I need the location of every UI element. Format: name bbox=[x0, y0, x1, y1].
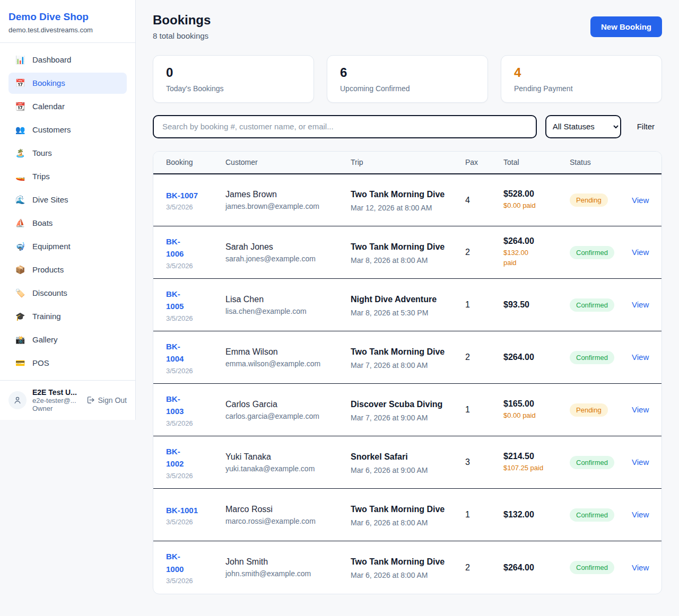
stats-row: 0Today's Bookings6Upcoming Confirmed4Pen… bbox=[153, 55, 662, 103]
pax-count: 2 bbox=[465, 226, 503, 279]
sidebar-item-label: POS bbox=[32, 358, 49, 367]
customer-name: Carlos Garcia bbox=[225, 400, 342, 409]
search-input[interactable] bbox=[153, 115, 537, 138]
sidebar-item-gallery[interactable]: 📸 Gallery bbox=[8, 329, 127, 350]
trip-name: Night Dive Adventure bbox=[351, 293, 445, 306]
view-link[interactable]: View bbox=[632, 510, 649, 519]
status-badge: Confirmed bbox=[570, 508, 614, 522]
pax-count: 2 bbox=[465, 331, 503, 384]
sidebar-item-pos[interactable]: 💳 POS bbox=[8, 353, 127, 374]
status-badge: Pending bbox=[570, 403, 608, 417]
booking-number-link[interactable]: BK-1003 bbox=[166, 393, 184, 418]
camera-icon: 📸 bbox=[15, 335, 25, 345]
sidebar-item-label: Boats bbox=[32, 218, 53, 227]
booking-date: 3/5/2026 bbox=[166, 262, 217, 270]
stat-value: 6 bbox=[340, 65, 475, 81]
view-link[interactable]: View bbox=[632, 353, 649, 362]
sidebar-nav: 📊 Dashboard 📅 Bookings 📆 Calendar 👥 Cust… bbox=[0, 43, 135, 381]
booking-number-link[interactable]: BK-1001 bbox=[166, 504, 198, 516]
column-header-total: Total bbox=[503, 152, 570, 174]
paid-amount: $132.00paid bbox=[503, 248, 551, 268]
tag-icon: 🏷️ bbox=[15, 288, 25, 298]
filter-button[interactable]: Filter bbox=[630, 122, 662, 131]
booking-number-link[interactable]: BK-1006 bbox=[166, 235, 184, 260]
logout-icon bbox=[86, 395, 95, 404]
view-link[interactable]: View bbox=[632, 563, 649, 572]
sidebar-item-dashboard[interactable]: 📊 Dashboard bbox=[8, 49, 127, 71]
column-header-pax: Pax bbox=[465, 152, 503, 174]
sign-out-label: Sign Out bbox=[98, 396, 127, 404]
trip-name: Two Tank Morning Dive bbox=[351, 346, 445, 358]
status-badge: Confirmed bbox=[570, 298, 614, 312]
pax-count: 1 bbox=[465, 384, 503, 436]
trip-datetime: Mar 8, 2026 at 8:00 AM bbox=[351, 256, 457, 265]
trip-datetime: Mar 6, 2026 at 9:00 AM bbox=[351, 466, 457, 474]
view-link[interactable]: View bbox=[632, 405, 649, 414]
customer-name: Yuki Tanaka bbox=[225, 452, 342, 462]
sidebar-item-discounts[interactable]: 🏷️ Discounts bbox=[8, 283, 127, 304]
trip-datetime: Mar 12, 2026 at 8:00 AM bbox=[351, 204, 457, 212]
sidebar-item-label: Tours bbox=[32, 148, 52, 157]
new-booking-button[interactable]: New Booking bbox=[590, 16, 662, 37]
view-link[interactable]: View bbox=[632, 248, 649, 257]
sidebar-item-bookings[interactable]: 📅 Bookings bbox=[8, 73, 127, 94]
sidebar-item-tours[interactable]: 🏝️ Tours bbox=[8, 143, 127, 164]
bar-chart-icon: 📊 bbox=[15, 55, 25, 65]
bookings-table-card: BookingCustomerTripPaxTotalStatus BK-100… bbox=[153, 151, 662, 594]
paid-amount: $107.25 paid bbox=[503, 463, 551, 473]
trip-datetime: Mar 6, 2026 at 8:00 AM bbox=[351, 571, 457, 579]
customer-email: marco.rossi@example.com bbox=[225, 517, 342, 525]
sign-out-button[interactable]: Sign Out bbox=[86, 395, 127, 404]
sidebar-item-label: Discounts bbox=[32, 288, 67, 297]
sidebar-item-customers[interactable]: 👥 Customers bbox=[8, 119, 127, 140]
column-header-actions bbox=[632, 152, 661, 174]
sidebar-item-dive-sites[interactable]: 🌊 Dive Sites bbox=[8, 189, 127, 210]
table-row: BK-1000 3/5/2026 John Smith john.smith@e… bbox=[153, 541, 661, 594]
booking-number-link[interactable]: BK-1000 bbox=[166, 550, 184, 575]
view-link[interactable]: View bbox=[632, 196, 649, 205]
status-badge: Confirmed bbox=[570, 351, 614, 364]
customer-name: Sarah Jones bbox=[225, 242, 342, 252]
total-amount: $264.00 bbox=[503, 563, 561, 573]
customer-email: john.smith@example.com bbox=[225, 569, 342, 578]
booking-number-link[interactable]: BK-1004 bbox=[166, 340, 184, 365]
table-row: BK-1004 3/5/2026 Emma Wilson emma.wilson… bbox=[153, 331, 661, 384]
sidebar-item-products[interactable]: 📦 Products bbox=[8, 259, 127, 280]
paid-amount: $0.00 paid bbox=[503, 411, 551, 421]
sidebar-item-calendar[interactable]: 📆 Calendar bbox=[8, 96, 127, 117]
trip-name: Two Tank Morning Dive bbox=[351, 503, 445, 516]
table-row: BK-1001 3/5/2026 Marco Rossi marco.rossi… bbox=[153, 489, 661, 541]
stat-card-upcoming-confirmed: 6Upcoming Confirmed bbox=[327, 55, 488, 103]
filter-row: All Statuses Filter bbox=[153, 115, 662, 138]
trip-name: Two Tank Morning Dive bbox=[351, 241, 445, 253]
booking-number-link[interactable]: BK-1007 bbox=[166, 189, 198, 201]
stat-card-today-s-bookings: 0Today's Bookings bbox=[153, 55, 314, 103]
column-header-status: Status bbox=[570, 152, 632, 174]
sidebar-item-trips[interactable]: 🚤 Trips bbox=[8, 166, 127, 187]
total-amount: $264.00 bbox=[503, 353, 561, 362]
column-header-booking: Booking bbox=[153, 152, 225, 174]
pax-count: 1 bbox=[465, 279, 503, 331]
sidebar-item-label: Bookings bbox=[32, 78, 65, 87]
sidebar-item-boats[interactable]: ⛵ Boats bbox=[8, 213, 127, 234]
view-link[interactable]: View bbox=[632, 457, 649, 467]
booking-date: 3/5/2026 bbox=[166, 472, 217, 480]
booking-number-link[interactable]: BK-1002 bbox=[166, 445, 184, 470]
page-header: Bookings 8 total bookings New Booking bbox=[153, 13, 662, 40]
stat-value: 4 bbox=[514, 65, 649, 81]
sidebar-item-equipment[interactable]: 🤿 Equipment bbox=[8, 236, 127, 257]
stat-label: Pending Payment bbox=[514, 84, 649, 93]
view-link[interactable]: View bbox=[632, 300, 649, 309]
total-amount: $528.00 bbox=[503, 189, 561, 199]
sidebar-item-training[interactable]: 🎓 Training bbox=[8, 306, 127, 327]
user-meta: E2E Test U... e2e-tester@... Owner bbox=[32, 388, 80, 412]
booking-number-link[interactable]: BK-1005 bbox=[166, 288, 184, 313]
sidebar-item-label: Training bbox=[32, 312, 61, 321]
status-select[interactable]: All Statuses bbox=[545, 115, 621, 138]
status-badge: Pending bbox=[570, 193, 608, 207]
diving-mask-icon: 🤿 bbox=[15, 242, 25, 251]
sidebar-item-label: Trips bbox=[32, 172, 50, 181]
user-email: e2e-tester@... bbox=[32, 397, 80, 404]
customer-email: yuki.tanaka@example.com bbox=[225, 464, 342, 473]
trip-datetime: Mar 6, 2026 at 8:00 AM bbox=[351, 518, 457, 527]
